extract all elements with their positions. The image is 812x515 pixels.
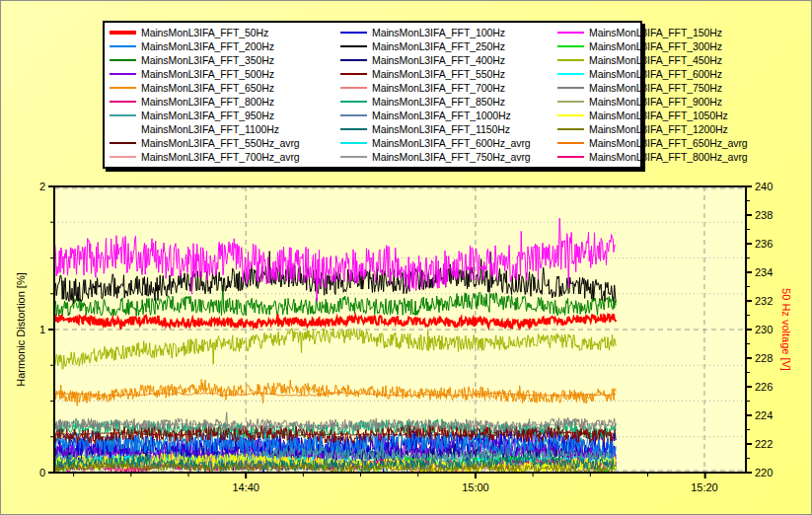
right-axis-tick-label: 230 xyxy=(755,324,773,335)
right-axis-tick-label: 240 xyxy=(755,181,773,192)
right-axis-tick-label: 236 xyxy=(755,238,773,250)
right-axis-tick-label: 220 xyxy=(755,467,773,478)
left-axis-tick-label: 1 xyxy=(39,324,45,335)
x-axis-tick-label: 15:00 xyxy=(462,481,489,493)
right-axis-tick-label: 238 xyxy=(755,209,773,221)
x-axis-tick-label: 15:20 xyxy=(691,481,718,493)
left-axis-tick-label: 0 xyxy=(39,467,45,478)
chart-window: MainsMonL3IFA_FFT_50HzMainsMonL3IFA_FFT_… xyxy=(0,0,812,515)
x-axis-tick-label: 14:40 xyxy=(232,481,259,493)
harmonics-chart: 01222022222422622823023223423623824014:4… xyxy=(1,1,812,515)
right-axis-tick-label: 222 xyxy=(755,438,773,450)
right-axis-tick-label: 228 xyxy=(755,352,773,364)
right-axis-tick-label: 234 xyxy=(755,266,773,278)
right-axis-tick-label: 226 xyxy=(755,381,773,393)
right-axis-tick-label: 232 xyxy=(755,295,773,307)
right-axis-tick-label: 224 xyxy=(755,409,773,421)
left-axis-tick-label: 2 xyxy=(39,181,45,192)
